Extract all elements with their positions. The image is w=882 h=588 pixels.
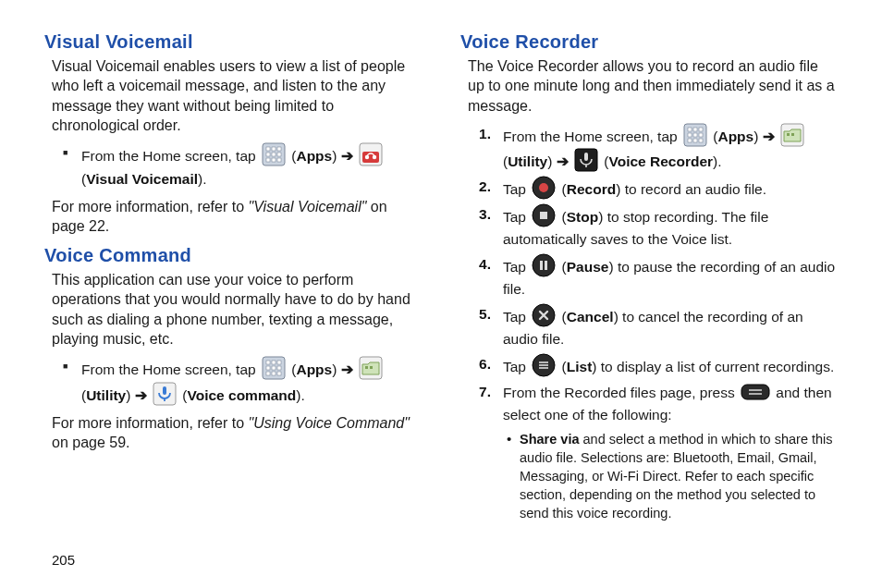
voice-command-icon — [153, 382, 177, 406]
cancel-label: Cancel — [567, 309, 614, 325]
text: Tap — [503, 309, 530, 325]
text: ) to display a list of current recording… — [592, 359, 834, 374]
cancel-icon — [532, 303, 556, 327]
heading-visual-voicemail: Visual Voicemail — [44, 31, 422, 53]
vv-reference: For more information, refer to "Visual V… — [52, 197, 422, 237]
vv-label: Visual Voicemail — [86, 171, 198, 187]
text: For more information, refer to — [52, 199, 249, 214]
utility-label: Utility — [508, 153, 547, 169]
text: From the Home screen, tap — [81, 361, 260, 377]
heading-voice-recorder: Voice Recorder — [460, 31, 838, 53]
vr-step-7-sub-1: Share via and select a method in which t… — [507, 430, 838, 522]
vr-step-2: Tap (Record) to record an audio file. — [479, 176, 838, 201]
utility-icon — [359, 356, 383, 380]
apps-label: Apps — [296, 361, 332, 377]
arrow-icon: ➔ — [552, 153, 572, 169]
manual-page: Visual Voicemail Visual Voicemail enable… — [0, 0, 882, 588]
apps-label: Apps — [296, 148, 332, 164]
record-label: Record — [567, 181, 616, 197]
ref-title: "Visual Voicemail" — [249, 199, 367, 214]
vc-label: Voice command — [188, 387, 297, 403]
pause-icon — [532, 253, 556, 277]
vc-reference: For more information, refer to "Using Vo… — [52, 413, 422, 453]
arrow-icon: ➔ — [337, 361, 357, 377]
arrow-icon: ➔ — [337, 148, 357, 164]
columns: Visual Voicemail Visual Voicemail enable… — [44, 31, 838, 545]
utility-label: Utility — [86, 387, 126, 403]
text: From the Home screen, tap — [503, 129, 681, 144]
vr-label: Voice Recorder — [609, 153, 714, 169]
vr-step-5: Tap (Cancel) to cancel the recording of … — [479, 303, 838, 350]
vc-steps: From the Home screen, tap (Apps) ➔ (Util… — [63, 356, 422, 408]
right-column: Voice Recorder The Voice Recorder allows… — [460, 31, 838, 545]
vr-step-7-sub: Share via and select a method in which t… — [507, 430, 838, 522]
apps-icon — [262, 356, 286, 380]
left-column: Visual Voicemail Visual Voicemail enable… — [44, 31, 422, 545]
arrow-icon: ➔ — [758, 129, 778, 144]
page-number: 205 — [52, 552, 838, 568]
arrow-icon: ➔ — [130, 387, 151, 403]
apps-icon — [262, 142, 286, 166]
text: Tap — [503, 359, 530, 374]
utility-icon — [780, 123, 804, 147]
apps-icon — [683, 123, 707, 147]
share-via-label: Share via — [520, 432, 580, 447]
text: Tap — [503, 259, 530, 275]
stop-icon — [532, 203, 556, 227]
vr-step-7: From the Recorded files page, press and … — [479, 381, 838, 522]
text: From the Home screen, tap — [81, 148, 260, 164]
vv-steps: From the Home screen, tap (Apps) ➔ (Visu… — [63, 142, 422, 191]
stop-label: Stop — [567, 209, 598, 225]
ref-title: "Using Voice Command" — [249, 415, 410, 431]
vr-steps: From the Home screen, tap (Apps) ➔ (Util… — [479, 123, 838, 522]
vr-step-4: Tap (Pause) to pause the recording of an… — [479, 253, 838, 300]
voice-recorder-icon — [574, 148, 598, 172]
vc-step-1: From the Home screen, tap (Apps) ➔ (Util… — [63, 356, 422, 408]
pause-label: Pause — [567, 259, 609, 275]
apps-label: Apps — [717, 129, 753, 144]
text: From the Recorded files page, press — [503, 385, 739, 400]
vv-step-1: From the Home screen, tap (Apps) ➔ (Visu… — [63, 142, 422, 191]
record-icon — [532, 176, 556, 200]
text: ) to record an audio file. — [616, 181, 766, 197]
vr-step-3: Tap (Stop) to stop recording. The file a… — [479, 203, 838, 251]
vv-intro: Visual Voicemail enables users to view a… — [52, 56, 422, 135]
vr-intro: The Voice Recorder allows you to record … — [468, 56, 838, 116]
heading-voice-command: Voice Command — [44, 245, 422, 266]
list-label: List — [567, 359, 593, 374]
visual-voicemail-icon — [359, 142, 383, 166]
list-icon — [532, 353, 556, 377]
menu-key-icon — [741, 381, 770, 403]
text: Tap — [503, 181, 530, 197]
vr-step-1: From the Home screen, tap (Apps) ➔ (Util… — [479, 123, 838, 173]
text: on page 59. — [52, 435, 130, 450]
vc-intro: This application can use your voice to p… — [52, 270, 422, 349]
text: Tap — [503, 209, 530, 225]
vr-step-6: Tap (List) to display a list of current … — [479, 353, 838, 378]
text: For more information, refer to — [52, 415, 249, 431]
